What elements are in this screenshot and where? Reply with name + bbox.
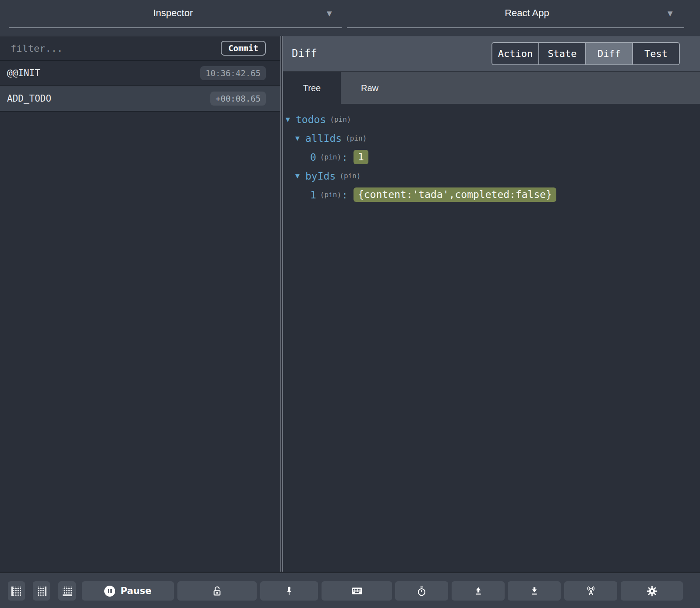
- top-bar: Inspector React App ▼ ▼: [0, 0, 700, 36]
- bottom-toolbar: Pause: [0, 572, 700, 608]
- lock-button[interactable]: [177, 581, 257, 601]
- colon-separator: :: [342, 189, 348, 201]
- pause-button-label: Pause: [120, 586, 152, 596]
- detail-tab-group: Action State Diff Test: [491, 42, 680, 65]
- filter-row: Commit: [0, 36, 280, 61]
- pin-link[interactable]: (pin): [339, 172, 361, 180]
- collapse-arrow-icon[interactable]: ▼: [286, 116, 293, 123]
- pin-link[interactable]: (pin): [320, 191, 341, 199]
- tab-action[interactable]: Action: [492, 43, 538, 64]
- pin-icon: [284, 586, 294, 596]
- tab-raw[interactable]: Raw: [341, 72, 399, 104]
- download-button[interactable]: [508, 581, 561, 601]
- tab-tree[interactable]: Tree: [283, 72, 341, 104]
- pin-link[interactable]: (pin): [320, 153, 341, 161]
- action-timestamp: +00:08.65: [210, 92, 266, 106]
- collapse-arrow-icon[interactable]: ▼: [295, 135, 302, 141]
- dock-right-icon: [37, 587, 46, 596]
- tree-leaf-1[interactable]: 1 (pin) : {content:'tada',completed:fals…: [283, 185, 700, 204]
- keyboard-icon: [351, 587, 363, 595]
- colon-separator: :: [342, 152, 348, 163]
- action-row-init[interactable]: @@INIT 10:36:42.65: [0, 61, 280, 86]
- action-name: @@INIT: [7, 68, 40, 78]
- page-title: Diff: [292, 47, 317, 60]
- broadcast-icon: [586, 586, 596, 596]
- selector-underline: [347, 27, 684, 28]
- value-badge: {content:'tada',completed:false}: [354, 187, 556, 202]
- selector-underline: [9, 27, 342, 28]
- gear-icon: [647, 586, 658, 597]
- pin-link[interactable]: (pin): [330, 115, 351, 124]
- upload-button[interactable]: [452, 581, 505, 601]
- dock-right-button[interactable]: [33, 581, 50, 601]
- tree-node-allids[interactable]: ▼ allIds (pin): [283, 129, 700, 148]
- monitor-selector[interactable]: Inspector: [0, 0, 346, 36]
- dock-bottom-icon: [63, 587, 72, 596]
- keyboard-button[interactable]: [322, 581, 392, 601]
- pause-button[interactable]: Pause: [82, 581, 174, 601]
- tree-node-byids[interactable]: ▼ byIds (pin): [283, 166, 700, 185]
- chevron-down-icon[interactable]: ▼: [668, 10, 673, 18]
- action-row-add-todo[interactable]: ADD_TODO +00:08.65: [0, 86, 280, 112]
- tab-state[interactable]: State: [538, 43, 585, 64]
- tree-key[interactable]: 1: [310, 189, 316, 201]
- action-name: ADD_TODO: [7, 93, 51, 104]
- monitor-selector-label: Inspector: [0, 7, 346, 19]
- chevron-down-icon[interactable]: ▼: [327, 10, 332, 18]
- lock-icon: [212, 586, 222, 596]
- tab-diff[interactable]: Diff: [585, 43, 632, 64]
- upload-icon: [474, 586, 483, 596]
- pin-link[interactable]: (pin): [346, 134, 367, 142]
- dock-bottom-button[interactable]: [58, 581, 76, 601]
- commit-button[interactable]: Commit: [221, 41, 266, 56]
- detail-header: Diff Action State Diff Test: [283, 36, 700, 72]
- pause-icon: [104, 586, 115, 597]
- tree-key[interactable]: 0: [310, 152, 316, 163]
- pin-button[interactable]: [260, 581, 318, 601]
- stopwatch-button[interactable]: [395, 581, 448, 601]
- tree-key[interactable]: byIds: [305, 170, 336, 182]
- action-timestamp: 10:36:42.65: [200, 66, 266, 80]
- view-mode-tabs: Tree Raw: [283, 72, 700, 104]
- value-badge: 1: [354, 150, 368, 164]
- collapse-arrow-icon[interactable]: ▼: [295, 173, 302, 179]
- tree-leaf-0[interactable]: 0 (pin) : 1: [283, 148, 700, 166]
- tree-node-todos[interactable]: ▼ todos (pin): [283, 110, 700, 129]
- action-list-panel: Commit @@INIT 10:36:42.65 ADD_TODO +00:0…: [0, 36, 280, 572]
- tree-key[interactable]: todos: [296, 114, 326, 125]
- remote-button[interactable]: [564, 581, 617, 601]
- dock-left-button[interactable]: [8, 581, 25, 601]
- settings-button[interactable]: [621, 581, 683, 601]
- tree-key[interactable]: allIds: [305, 133, 342, 144]
- diff-tree: ▼ todos (pin) ▼ allIds (pin) 0 (pin) : 1…: [283, 104, 700, 204]
- instance-selector-label: React App: [354, 7, 700, 19]
- download-icon: [530, 586, 539, 596]
- stopwatch-icon: [417, 586, 427, 596]
- dock-left-icon: [12, 587, 21, 596]
- instance-selector[interactable]: React App: [354, 0, 700, 36]
- detail-panel: Diff Action State Diff Test Tree Raw ▼ t…: [283, 36, 700, 572]
- tab-test[interactable]: Test: [632, 43, 679, 64]
- filter-input[interactable]: [10, 42, 195, 54]
